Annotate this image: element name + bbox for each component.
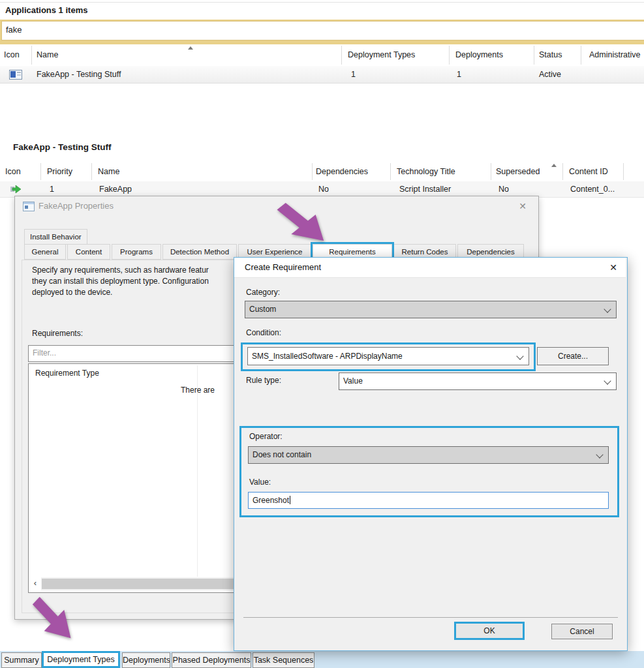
cancel-button[interactable]: Cancel	[551, 624, 613, 639]
operator-value: Does not contain	[253, 450, 311, 459]
col-name[interactable]: Name	[37, 44, 58, 65]
search-band: fake	[0, 20, 644, 44]
dt-technology-title: Script Installer	[399, 181, 451, 197]
tab-deployment-types[interactable]: Deployment Types	[42, 651, 120, 668]
col-status[interactable]: Status	[539, 44, 562, 65]
col-dt-dependencies[interactable]: Dependencies	[316, 162, 368, 181]
col-dt-superseded[interactable]: Superseded	[496, 162, 540, 181]
rule-type-dropdown[interactable]: Value	[339, 372, 617, 390]
sort-asc-icon	[188, 46, 193, 50]
ok-button[interactable]: OK	[454, 622, 525, 640]
requirements-description-line2: they can install this deployment type. C…	[32, 277, 209, 286]
properties-window-icon	[23, 202, 35, 211]
create-requirement-dialog: Create Requirement ✕ Category: Custom Co…	[234, 257, 628, 651]
create-condition-button[interactable]: Create...	[537, 347, 609, 365]
text-caret	[290, 496, 290, 504]
chevron-down-icon	[604, 305, 611, 312]
operator-dropdown[interactable]: Does not contain	[248, 446, 609, 464]
applications-pane-title: Applications 1 items	[5, 5, 87, 15]
tab-programs[interactable]: Programs	[112, 244, 161, 260]
tab-phased-deployments[interactable]: Phased Deployments	[172, 652, 251, 668]
condition-value: SMS_InstalledSoftware - ARPDisplayName	[252, 352, 403, 361]
button-separator	[243, 617, 618, 618]
application-deployments: 1	[457, 66, 461, 83]
dt-dependencies: No	[318, 181, 329, 197]
col-administrative[interactable]: Administrative	[589, 44, 644, 65]
requirements-description-line1: Specify any requirements, such as hardwa…	[32, 266, 209, 275]
dt-content-id: Content_0...	[570, 181, 615, 197]
tab-task-sequences[interactable]: Task Sequences	[253, 652, 314, 668]
condition-label: Condition:	[246, 328, 281, 337]
properties-dialog-title: FakeApp Properties	[38, 201, 114, 211]
tab-deployments[interactable]: Deployments	[122, 652, 170, 668]
deployment-types-arrow-annotation-icon	[25, 589, 84, 652]
tab-summary[interactable]: Summary	[1, 652, 42, 668]
deployment-types-pane-title: FakeApp - Testing Stuff	[13, 142, 112, 152]
application-row[interactable]: FakeApp - Testing Stuff 1 1 Active	[0, 66, 644, 84]
close-icon[interactable]: ✕	[606, 260, 621, 275]
value-label: Value:	[249, 478, 271, 487]
chevron-down-icon	[596, 451, 603, 458]
application-name: FakeApp - Testing Stuff	[37, 66, 121, 83]
condition-dropdown[interactable]: SMS_InstalledSoftware - ARPDisplayName	[247, 347, 529, 365]
col-deployments[interactable]: Deployments	[455, 44, 503, 65]
empty-list-text: There are	[181, 386, 215, 395]
dt-name: FakeApp	[99, 181, 132, 197]
rule-type-label: Rule type:	[246, 376, 281, 385]
requirements-description-line3: deployed to the device.	[32, 288, 112, 297]
dt-priority: 1	[50, 181, 54, 197]
bottom-tab-bar: Summary Deployment Types Deployments Pha…	[0, 651, 644, 668]
col-dt-priority[interactable]: Priority	[47, 162, 72, 181]
application-status: Active	[539, 66, 561, 83]
col-dt-icon[interactable]: Icon	[5, 162, 21, 181]
tab-install-behavior[interactable]: Install Behavior	[24, 229, 87, 245]
chevron-down-icon	[604, 377, 611, 384]
dt-superseded: No	[498, 181, 509, 197]
deployment-types-table-header: Icon Priority Name Dependencies Technolo…	[0, 162, 644, 182]
console-window: Applications 1 items fake Icon Name Depl…	[0, 0, 644, 668]
highlight-box-operator-value: Operator: Does not contain Value: Greens…	[239, 426, 619, 517]
value-text: Greenshot	[253, 496, 289, 505]
operator-label: Operator:	[249, 432, 283, 441]
requirements-label: Requirements:	[32, 329, 83, 338]
chevron-down-icon	[516, 352, 523, 359]
scroll-left-icon[interactable]: ‹	[29, 577, 41, 590]
col-dt-content-id[interactable]: Content ID	[569, 162, 608, 181]
create-requirement-titlebar: Create Requirement ✕	[234, 258, 626, 278]
col-deployment-types[interactable]: Deployment Types	[348, 44, 415, 65]
deployment-type-icon	[10, 185, 22, 194]
category-label: Category:	[246, 288, 280, 297]
category-value: Custom	[249, 305, 276, 314]
col-icon[interactable]: Icon	[4, 44, 20, 65]
close-icon[interactable]: ✕	[515, 200, 530, 213]
applications-table-header: Icon Name Deployment Types Deployments S…	[0, 44, 644, 67]
col-dt-name[interactable]: Name	[98, 162, 119, 181]
col-dt-technology-title[interactable]: Technology Title	[397, 162, 455, 181]
tab-detection-method[interactable]: Detection Method	[162, 244, 237, 260]
requirements-arrow-annotation-icon	[268, 196, 339, 253]
create-requirement-title: Create Requirement	[245, 258, 321, 277]
application-deployment-types: 1	[351, 66, 356, 83]
application-icon	[9, 70, 22, 80]
value-input[interactable]: Greenshot	[248, 492, 609, 509]
requirement-type-column[interactable]: Requirement Type	[35, 369, 99, 378]
search-input[interactable]: fake	[1, 21, 644, 40]
sort-asc-icon	[551, 164, 557, 167]
category-dropdown[interactable]: Custom	[245, 301, 617, 318]
rule-type-value: Value	[343, 376, 363, 386]
tab-general[interactable]: General	[24, 244, 66, 260]
pane-top-border	[0, 2, 644, 3]
tab-content[interactable]: Content	[67, 244, 110, 260]
